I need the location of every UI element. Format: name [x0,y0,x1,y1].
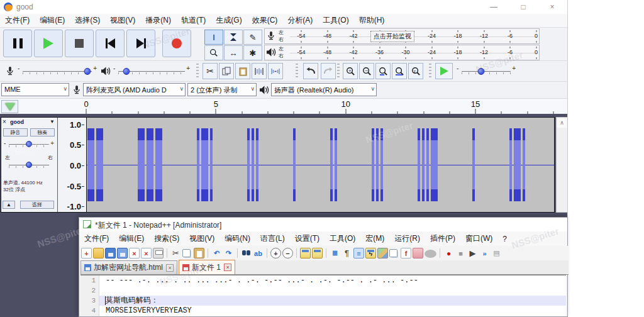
maximize-button[interactable]: □ [511,0,536,14]
monitor-hint[interactable]: 点击开始监视 [370,31,414,42]
word-wrap-icon[interactable]: ≣ [330,248,340,259]
draw-tool-button[interactable]: ✎ [243,30,262,45]
replace-icon[interactable]: ab [253,248,264,259]
open-folder-icon[interactable] [93,248,104,259]
multi-tool-button[interactable]: ✱ [243,45,262,60]
cut-icon[interactable]: ✂ [170,248,181,259]
editor-line[interactable]: 莫斯电码解码： [99,296,566,306]
doc-map-icon[interactable] [377,248,388,259]
sync-h-icon[interactable] [312,248,323,259]
audacity-menu-item-6[interactable]: 生成(G) [211,15,247,26]
vertical-scrollbar[interactable]: ∧ [556,117,568,213]
notepad-menu-item-4[interactable]: 编码(N) [219,233,255,244]
show-all-chars-icon[interactable]: ¶ [341,248,352,259]
notepad-titlebar[interactable]: *新文件 1 - Notepad++ [Administrator] [79,218,567,231]
notepad-menu-item-12[interactable]: ? [497,235,512,243]
undo-button[interactable] [303,63,318,79]
scrollbar-up-icon[interactable]: ∧ [557,118,567,128]
paste-button[interactable] [235,63,250,79]
audacity-menu-item-8[interactable]: 分析(A) [282,15,318,26]
notepad-menu-item-8[interactable]: 宏(M) [360,233,389,244]
track-menu-icon[interactable]: ▼ [50,119,55,125]
envelope-tool-button[interactable] [224,30,243,45]
editor-line[interactable]: MORSEISVERYVERYEASY [99,306,566,316]
audacity-menu-item-4[interactable]: 播录(N) [140,15,176,26]
audacity-menu-item-1[interactable]: 编辑(E) [35,15,70,26]
cut-button[interactable]: ✂ [203,63,218,79]
recording-channels-select[interactable]: 2 (立体声) 录制 ∨ [187,83,257,96]
notepad-menu-item-6[interactable]: 设置(T) [290,233,325,244]
save-all-icon[interactable] [117,248,128,259]
pan-slider[interactable] [4,160,54,169]
notepad-menu-item-0[interactable]: 文件(F) [79,233,114,244]
track-select-button[interactable]: 选择 [20,201,54,209]
notepad-menu-item-5[interactable]: 语言(L) [255,233,290,244]
solo-button[interactable]: 独奏 [30,128,55,136]
tab-close-icon[interactable]: × [224,264,231,271]
collapse-track-button[interactable]: ▲ [3,201,15,209]
notepad-menu-item-9[interactable]: 运行(R) [389,233,425,244]
paste-icon[interactable] [194,248,204,259]
macro-record-icon[interactable]: ● [443,248,454,259]
selection-tool-button[interactable]: I [204,30,223,45]
editor-line[interactable] [99,286,566,296]
notepad-menu-item-10[interactable]: 插件(P) [425,233,460,244]
print-icon[interactable] [153,248,164,259]
monitor-icon[interactable] [425,250,436,258]
redo-icon[interactable]: ↷ [223,248,234,259]
vertical-scale-ruler[interactable]: 1.00.50.0-0.5-1.0 [58,118,84,212]
waveform-display[interactable] [86,118,554,212]
shortcut-icon[interactable]: ϟ [365,248,376,259]
macro-stop-icon[interactable]: ■ [455,248,466,259]
minimize-button[interactable]: — [481,0,506,14]
function-list-icon[interactable]: f [401,248,411,259]
zoom-tool-button[interactable] [204,45,223,60]
track-close-icon[interactable]: × [3,118,6,125]
audacity-menu-item-7[interactable]: 效果(C) [247,15,283,26]
close-all-icon[interactable]: × [141,248,152,259]
skip-start-button[interactable] [96,30,125,57]
save-icon[interactable] [105,248,116,259]
macro-save-icon[interactable]: ▤ [491,248,502,259]
copy-icon[interactable] [182,249,191,257]
undo-icon[interactable]: ↶ [211,248,222,259]
silence-audio-button[interactable] [268,63,283,79]
notepad-menu-item-11[interactable]: 窗口(W) [460,233,497,244]
macro-run-multi-icon[interactable]: » [479,248,490,259]
zoom-in-icon[interactable]: + [270,248,281,259]
indent-guide-icon[interactable]: ≡ [353,248,364,259]
new-file-icon[interactable]: + [81,248,92,259]
audacity-titlebar[interactable]: good — □ × [0,0,567,14]
audio-track[interactable]: × good ▼ 静音 独奏 - + 左 右 [1,117,555,213]
doc-switcher-icon[interactable] [389,249,397,257]
recording-device-select[interactable]: 阵列麦克风 (AMD Audio D ∨ [83,83,186,96]
toolbar-grip[interactable] [196,64,199,79]
notepad-menu-item-7[interactable]: 工具(O) [325,233,360,244]
audacity-menu-item-0[interactable]: 文件(F) [0,15,35,26]
fit-selection-button[interactable] [375,63,391,79]
zoom-toggle-button[interactable]: z [408,63,423,79]
play-button[interactable] [34,30,63,57]
zoom-in-button[interactable]: + [343,63,358,79]
track-control-panel[interactable]: × good ▼ 静音 独奏 - + 左 右 [1,118,58,212]
recording-volume-slider[interactable]: - + [18,65,97,77]
tab-2[interactable]: 新文件 1× [179,260,235,274]
zoom-out-icon[interactable]: − [282,248,293,259]
notepad-menu-item-3[interactable]: 视图(V) [184,233,219,244]
recording-meter[interactable]: 左 右 -54-48-42-36-30-24-18-12-60 点击开始监视 [264,28,540,44]
play-at-speed-button[interactable] [435,63,453,79]
editor-line[interactable]: -- --- .-. ... . .. ... ...- . .-. -.-- … [99,275,566,286]
find-icon[interactable] [241,248,252,259]
redo-button[interactable] [321,63,336,79]
fit-project-button[interactable] [392,63,407,79]
timeline-ruler[interactable]: 051015 [0,98,567,114]
slider-thumb[interactable] [26,162,32,168]
close-button[interactable]: × [540,0,565,14]
stop-button[interactable] [65,30,94,57]
timeline-options-button[interactable] [1,100,18,113]
sync-v-icon[interactable] [300,248,311,259]
playback-device-select[interactable]: 扬声器 (Realtek(R) Audio) ∨ [271,83,377,96]
audacity-menu-item-3[interactable]: 视图(V) [105,15,140,26]
macro-play-icon[interactable]: ▶ [467,248,478,259]
tab-1[interactable]: 加解密网址导航.html× [80,260,177,274]
